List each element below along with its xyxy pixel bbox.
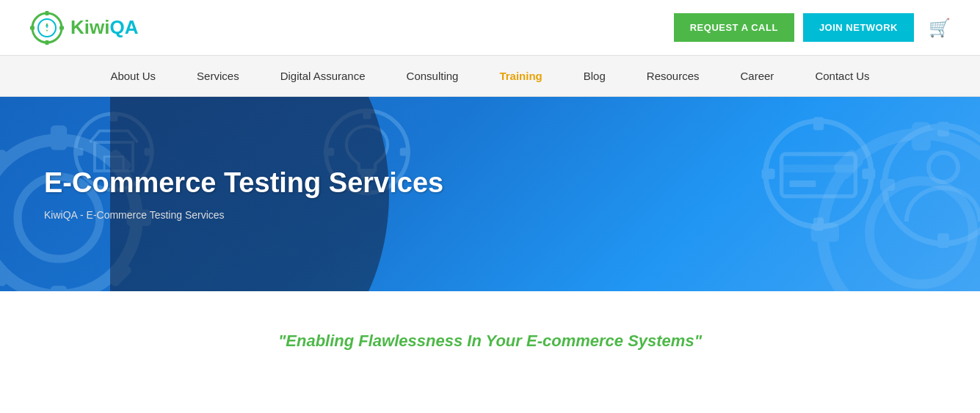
svg-rect-4	[30, 26, 35, 29]
header-buttons: REQUEST A CALL JOIN NETWORK 🛒	[674, 13, 951, 42]
hero-breadcrumb: KiwiQA - E-Commerce Testing Services	[44, 209, 443, 221]
request-call-button[interactable]: REQUEST A CALL	[674, 13, 794, 42]
nav-item-contact-us[interactable]: Contact Us	[794, 56, 890, 96]
main-navbar: About Us Services Digital Assurance Cons…	[0, 55, 980, 97]
gear-decoration-bottom-right	[804, 115, 980, 291]
svg-rect-3	[46, 40, 49, 45]
nav-item-about-us[interactable]: About Us	[90, 56, 176, 96]
svg-point-47	[870, 181, 973, 285]
site-header: KiwiQA REQUEST A CALL JOIN NETWORK 🛒	[0, 0, 980, 55]
hero-banner: E-Commerce Testing Services KiwiQA - E-C…	[0, 97, 980, 291]
join-network-button[interactable]: JOIN NETWORK	[803, 13, 914, 42]
cart-icon[interactable]: 🛒	[929, 18, 951, 38]
navbar-inner: About Us Services Digital Assurance Cons…	[0, 56, 980, 96]
nav-item-blog[interactable]: Blog	[563, 56, 626, 96]
logo[interactable]: KiwiQA	[29, 10, 138, 45]
logo-text: KiwiQA	[70, 16, 138, 39]
nav-item-services[interactable]: Services	[176, 56, 260, 96]
hero-content: E-Commerce Testing Services KiwiQA - E-C…	[0, 138, 487, 250]
svg-rect-50	[811, 223, 839, 242]
svg-rect-38	[762, 169, 775, 179]
nav-item-digital-assurance[interactable]: Digital Assurance	[260, 56, 386, 96]
nav-item-consulting[interactable]: Consulting	[386, 56, 479, 96]
logo-icon	[29, 10, 65, 45]
nav-item-career[interactable]: Career	[720, 56, 795, 96]
hero-title: E-Commerce Testing Services	[44, 167, 443, 199]
nav-item-training[interactable]: Training	[479, 56, 562, 96]
svg-rect-5	[59, 26, 64, 29]
white-section: "Enabling Flawlessness In Your E-commerc…	[0, 291, 980, 390]
svg-rect-48	[912, 123, 931, 150]
tagline-text: "Enabling Flawlessness In Your E-commerc…	[278, 332, 702, 351]
nav-item-resources[interactable]: Resources	[626, 56, 720, 96]
svg-rect-2	[46, 11, 49, 15]
svg-rect-11	[51, 285, 67, 291]
